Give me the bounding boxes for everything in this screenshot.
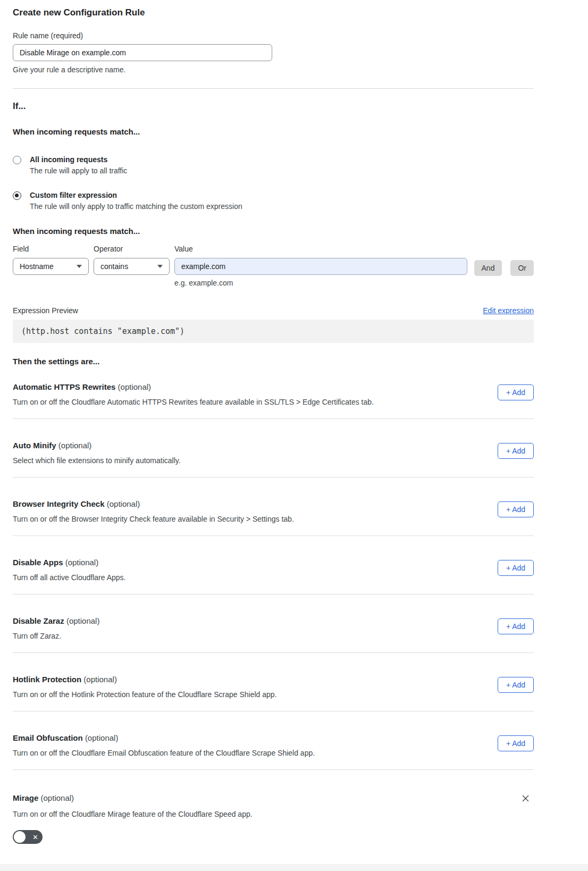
setting-optional-tag: (optional)	[41, 793, 74, 802]
rule-name-helper: Give your rule a descriptive name.	[13, 65, 534, 74]
operator-selected-value: contains	[100, 262, 128, 271]
setting-row-auto-minify: Auto Minify (optional) Select which file…	[13, 418, 534, 477]
expression-builder: Field Hostname Operator contains Value e…	[13, 245, 534, 287]
radio-label: Custom filter expression	[30, 191, 242, 199]
setting-optional-tag: (optional)	[85, 733, 119, 742]
chevron-down-icon	[77, 265, 82, 268]
operator-label: Operator	[94, 245, 170, 253]
add-button[interactable]: + Add	[498, 443, 534, 459]
expression-preview-code: (http.host contains "example.com")	[13, 320, 534, 343]
operator-select[interactable]: contains	[94, 258, 170, 275]
rule-name-label: Rule name (required)	[13, 31, 534, 40]
page-title: Create new Configuration Rule	[13, 7, 534, 18]
setting-description: Turn on or off the Cloudflare Automatic …	[13, 398, 374, 406]
setting-name: Auto Minify	[13, 441, 56, 450]
setting-optional-tag: (optional)	[107, 499, 140, 508]
toggle-knob	[14, 831, 26, 843]
setting-row-browser-integrity-check: Browser Integrity Check (optional) Turn …	[13, 477, 534, 535]
settings-heading: Then the settings are...	[13, 357, 534, 366]
value-label: Value	[174, 245, 467, 253]
setting-optional-tag: (optional)	[58, 441, 92, 450]
setting-optional-tag: (optional)	[66, 616, 100, 625]
setting-optional-tag: (optional)	[83, 675, 117, 684]
section-divider	[13, 88, 534, 89]
setting-description: Turn on or off the Browser Integrity Che…	[13, 515, 294, 523]
setting-name: Mirage	[13, 793, 38, 802]
setting-description: Turn off all active Cloudflare Apps.	[13, 573, 125, 582]
setting-row-email-obfuscation: Email Obfuscation (optional) Turn on or …	[13, 711, 534, 769]
match-heading-1: When incoming requests match...	[13, 127, 534, 136]
setting-optional-tag: (optional)	[118, 382, 152, 391]
setting-optional-tag: (optional)	[65, 558, 99, 567]
setting-name: Automatic HTTPS Rewrites	[13, 382, 115, 391]
setting-name: Disable Zaraz	[13, 616, 64, 625]
rule-name-input[interactable]	[13, 44, 272, 61]
and-button[interactable]: And	[474, 260, 502, 276]
setting-description: Turn on or off the Cloudflare Email Obfu…	[13, 749, 315, 757]
setting-name: Email Obfuscation	[13, 733, 83, 742]
if-heading: If...	[13, 101, 534, 112]
toggle-off-x-icon: ✕	[32, 834, 38, 841]
setting-description: Turn off Zaraz.	[13, 632, 99, 640]
setting-row-mirage: Mirage (optional) Turn on or off the Clo…	[13, 769, 534, 844]
add-button[interactable]: + Add	[498, 560, 534, 576]
radio-icon-selected[interactable]	[13, 191, 21, 200]
expression-preview-label: Expression Preview	[13, 306, 78, 315]
radio-description: The rule will apply to all traffic	[30, 166, 127, 175]
add-button[interactable]: + Add	[498, 501, 534, 517]
create-configuration-rule-page: Create new Configuration Rule Rule name …	[0, 0, 588, 871]
footer-band	[0, 864, 588, 871]
setting-description: Select which file extensions to minify a…	[13, 456, 181, 465]
settings-list: Automatic HTTPS Rewrites (optional) Turn…	[13, 372, 534, 844]
radio-description: The rule will only apply to traffic matc…	[30, 202, 242, 211]
match-heading-2: When incoming requests match...	[13, 227, 534, 236]
setting-name: Disable Apps	[13, 558, 63, 567]
close-icon	[522, 794, 530, 802]
mirage-toggle-off[interactable]: ✕	[13, 830, 43, 844]
request-match-radio-group: All incoming requests The rule will appl…	[13, 155, 534, 211]
setting-name: Hotlink Protection	[13, 675, 81, 684]
value-helper: e.g. example.com	[174, 279, 467, 287]
add-button[interactable]: + Add	[498, 735, 534, 751]
or-button[interactable]: Or	[510, 260, 534, 276]
setting-name: Browser Integrity Check	[13, 499, 105, 508]
field-selected-value: Hostname	[20, 262, 54, 271]
close-mirage-button[interactable]	[520, 793, 531, 803]
add-button[interactable]: + Add	[498, 618, 534, 634]
add-button[interactable]: + Add	[498, 384, 534, 400]
radio-custom-filter-expression[interactable]: Custom filter expression The rule will o…	[13, 191, 534, 211]
field-label: Field	[13, 245, 89, 253]
field-select[interactable]: Hostname	[13, 258, 89, 275]
radio-label: All incoming requests	[30, 155, 127, 164]
setting-row-disable-apps: Disable Apps (optional) Turn off all act…	[13, 535, 534, 594]
setting-row-disable-zaraz: Disable Zaraz (optional) Turn off Zaraz.…	[13, 594, 534, 652]
setting-row-automatic-https-rewrites: Automatic HTTPS Rewrites (optional) Turn…	[13, 372, 534, 418]
setting-row-hotlink-protection: Hotlink Protection (optional) Turn on or…	[13, 652, 534, 711]
chevron-down-icon	[157, 265, 163, 268]
setting-description: Turn on or off the Hotlink Protection fe…	[13, 690, 277, 699]
radio-all-incoming-requests[interactable]: All incoming requests The rule will appl…	[13, 155, 534, 175]
add-button[interactable]: + Add	[498, 677, 534, 693]
value-input[interactable]	[174, 258, 467, 275]
setting-description: Turn on or off the Cloudflare Mirage fea…	[13, 810, 534, 818]
edit-expression-link[interactable]: Edit expression	[483, 306, 534, 315]
radio-icon[interactable]	[13, 156, 21, 164]
